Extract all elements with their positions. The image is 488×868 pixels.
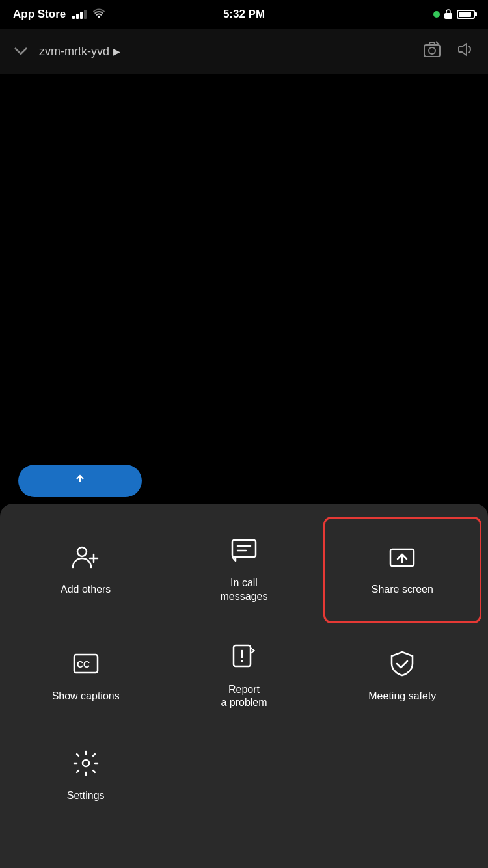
speaker-icon[interactable] [457,40,475,62]
menu-label-report-problem: Reporta problem [221,683,267,711]
signal-bar-1 [72,16,75,19]
blue-pill-icon [73,472,87,490]
menu-item-share-screen[interactable]: Share screen [323,517,481,623]
signal-bar-4 [84,10,87,19]
svg-rect-6 [232,540,256,557]
menu-label-meeting-safety: Meeting safety [368,690,436,703]
time-display: 5:32 PM [223,8,265,21]
signal-bar-2 [76,14,79,19]
carrier-label: App Store [13,8,66,21]
wifi-icon [93,8,105,20]
camera-flip-icon[interactable] [423,40,441,62]
svg-text:CC: CC [77,659,90,670]
menu-item-in-call-messages[interactable]: In callmessages [165,517,323,623]
battery-fill [459,12,471,17]
svg-point-3 [77,547,87,556]
status-bar: App Store 5:32 PM [0,0,488,29]
report-icon [230,643,258,675]
green-dot-indicator [433,11,440,18]
svg-point-2 [429,47,435,54]
top-bar: zvm-mrtk-yvd ▶ [0,29,488,74]
svg-point-15 [241,660,243,662]
chat-icon [230,536,258,569]
chevron-down-icon[interactable] [13,43,29,60]
svg-rect-1 [424,45,440,57]
menu-label-add-others: Add others [61,583,111,597]
menu-item-show-captions[interactable]: CC Show captions [7,623,165,730]
settings-icon [72,749,100,781]
menu-label-in-call-messages: In callmessages [221,576,268,604]
menu-item-settings[interactable]: Settings [7,729,165,822]
svg-rect-0 [444,13,452,19]
captions-icon: CC [72,649,100,682]
menu-item-add-others[interactable]: Add others [7,517,165,623]
top-bar-icons [423,40,475,62]
meeting-id-label: zvm-mrtk-yvd ▶ [39,45,120,59]
menu-label-share-screen: Share screen [372,583,433,597]
menu-label-settings: Settings [67,789,105,803]
blue-pill-button[interactable] [18,465,142,497]
status-left: App Store [13,8,105,21]
signal-bars [72,10,87,19]
lock-icon [444,8,453,21]
menu-label-show-captions: Show captions [52,690,120,703]
status-right [433,8,475,21]
shield-icon [388,649,416,682]
battery-icon [457,10,475,19]
signal-bar-3 [80,12,83,19]
bottom-menu: Add others In callmessages [0,504,488,868]
meeting-id-text: zvm-mrtk-yvd [39,45,109,59]
menu-item-meeting-safety[interactable]: Meeting safety [323,623,481,730]
menu-grid: Add others In callmessages [0,504,488,835]
share-screen-icon [388,543,416,575]
menu-item-report-problem[interactable]: Reporta problem [165,623,323,730]
meeting-id-arrow-icon: ▶ [113,46,120,57]
svg-point-16 [83,760,89,766]
person-add-icon [72,543,100,575]
